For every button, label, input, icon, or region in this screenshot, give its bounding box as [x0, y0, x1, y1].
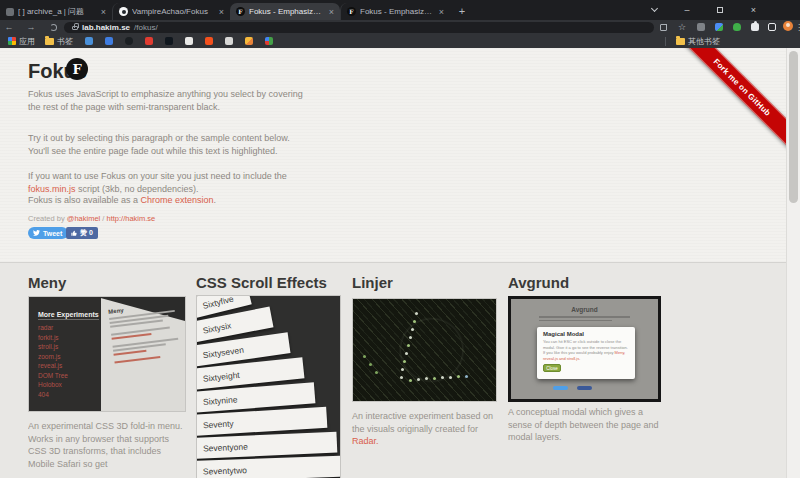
tab-fokus-2[interactable]: F Fokus - Emphasized text-high ×	[340, 3, 450, 20]
tab-close-icon[interactable]: ×	[101, 7, 106, 17]
minimize-button[interactable]: –	[685, 5, 690, 15]
other-bookmarks-label: 其他书签	[688, 36, 720, 47]
avgrund-caption: A conceptual modal which gives a sense o…	[508, 406, 662, 444]
address-bar[interactable]: lab.hakim.se/fokus/	[64, 22, 654, 33]
meny-link: zoom.js	[38, 352, 101, 362]
bookmark-folder[interactable]: 书签	[45, 36, 73, 47]
tab-github-repo[interactable]: VampireAchao/Fokus ×	[112, 3, 230, 20]
like-button[interactable]: 赞 0	[66, 227, 98, 239]
folder-icon	[676, 38, 685, 45]
scrollbar-thumb[interactable]	[789, 51, 798, 203]
folder-icon	[45, 38, 54, 45]
tab-archive[interactable]: [ ] archive_a | 问题 ×	[0, 3, 112, 20]
modal-close-button: Close	[543, 364, 561, 372]
scroll-effects-thumbnail[interactable]: Sixtyfive Sixtysix Sixtyseven Sixtyeight…	[196, 295, 341, 478]
forward-icon[interactable]: →	[24, 20, 38, 34]
avgrund-thumb-heading: Avgrund	[511, 306, 658, 313]
bookmark-favicon-calendar[interactable]	[105, 37, 113, 45]
text: Created by	[28, 214, 67, 223]
chrome-extension-link[interactable]: Chrome extension	[141, 195, 214, 205]
extension-darkmode-icon[interactable]	[768, 22, 776, 32]
tab-close-icon[interactable]: ×	[439, 7, 444, 17]
bookmark-label: 应用	[19, 36, 35, 47]
extension-screenshot-icon[interactable]	[697, 22, 705, 32]
meny-thumb-links: radar forkit.js stroll.js zoom.js reveal…	[38, 323, 101, 399]
maximize-button[interactable]	[717, 7, 723, 13]
card-title-avgrund: Avgrund	[508, 274, 569, 291]
bookmark-star-icon[interactable]: ☆	[678, 22, 686, 32]
bookmark-favicon-multicolor[interactable]	[265, 37, 273, 45]
hakim-se-link[interactable]: http://hakim.se	[107, 214, 156, 223]
text: Fokus is also available as a	[28, 195, 141, 205]
apps-grid-icon	[8, 37, 16, 45]
scroll-item-label: Sixtynine	[203, 394, 238, 407]
tab-close-icon[interactable]: ×	[329, 7, 334, 17]
intro-paragraph-2: Try it out by selecting this paragraph o…	[28, 132, 308, 157]
card-title-linjer: Linjer	[352, 274, 393, 291]
meny-caption: An experimental CSS 3D fold-in menu. Wor…	[28, 420, 186, 474]
extension-translate-icon[interactable]	[715, 22, 723, 32]
other-bookmarks-button[interactable]: 其他书签	[676, 34, 720, 48]
bookmarks-bar: 应用 书签 其他书签	[0, 34, 800, 48]
fokus-logo-icon: F	[66, 58, 88, 80]
card-title-scroll-effects: CSS Scroll Effects	[196, 274, 327, 291]
avgrund-thumb-subtext	[539, 316, 630, 323]
tab-fokus-active[interactable]: F Fokus - Emphasized text-high ×	[230, 3, 340, 20]
meny-thumbnail[interactable]: More Experiments radar forkit.js stroll.…	[28, 296, 186, 412]
fork-me-ribbon[interactable]: Fork me on GitHub	[672, 48, 786, 158]
new-tab-button[interactable]: +	[454, 3, 470, 19]
hakimel-link[interactable]: @hakimel	[67, 214, 100, 223]
text: If you want to use Fokus on your site yo…	[28, 171, 287, 181]
meny-link: forkit.js	[38, 333, 101, 343]
close-window-button[interactable]: ×	[751, 5, 756, 15]
profile-avatar[interactable]	[783, 21, 793, 31]
intro-paragraph-3: If you want to use Fokus on your site yo…	[28, 170, 308, 195]
extensions-puzzle-icon[interactable]	[751, 22, 759, 32]
scroll-item-label: Sixtyeight	[202, 369, 240, 383]
url-domain: lab.hakim.se	[82, 23, 130, 32]
tab-title: Fokus - Emphasized text-high	[360, 7, 435, 16]
bookmark-favicon-white[interactable]	[185, 37, 193, 45]
bookmark-favicon-dark[interactable]	[165, 37, 173, 45]
bookmark-apps[interactable]: 应用	[8, 36, 35, 47]
lock-icon[interactable]	[72, 26, 78, 31]
browser-menu-icon[interactable]: ⋮	[795, 22, 800, 32]
text: An interactive experiment based on the v…	[352, 411, 493, 434]
tab-close-icon[interactable]: ×	[219, 7, 224, 17]
meny-link: 404	[38, 390, 101, 400]
meny-link: reveal.js	[38, 361, 101, 371]
bookmark-favicon-lightning[interactable]	[245, 37, 253, 45]
bookmark-favicon-pale[interactable]	[225, 37, 233, 45]
scroll-item-label: Seventyone	[203, 441, 248, 453]
tab-title: Fokus - Emphasized text-high	[249, 7, 325, 16]
reload-icon[interactable]	[46, 20, 60, 34]
meny-thumb-page: Meny	[101, 297, 185, 411]
bookmark-favicon-github[interactable]	[125, 37, 133, 45]
bookmark-favicon-red[interactable]	[145, 37, 153, 45]
chevron-down-icon[interactable]	[651, 5, 658, 12]
tab-strip: [ ] archive_a | 问题 × VampireAchao/Fokus …	[0, 0, 800, 20]
extension-green-icon[interactable]	[733, 22, 741, 32]
browser-toolbar: ← → lab.hakim.se/fokus/ ☆ ⋮	[0, 20, 800, 34]
bookmark-favicon-orange[interactable]	[205, 37, 213, 45]
page-scrollbar[interactable]	[786, 48, 800, 478]
meny-link: stroll.js	[38, 342, 101, 352]
bookmark-label: 书签	[57, 36, 73, 47]
fokus-min-js-link[interactable]: fokus.min.js	[28, 184, 76, 194]
text: If you like this you would probably enjo…	[543, 350, 615, 355]
text: .	[214, 195, 217, 205]
avgrund-thumbnail[interactable]: Avgrund Magical Modal You can hit ESC or…	[508, 296, 661, 402]
tweet-button[interactable]: Tweet	[28, 227, 68, 239]
scroll-item-label: Sixtyfive	[201, 295, 234, 310]
window-controls: – ×	[646, 0, 762, 19]
share-icon[interactable]	[660, 22, 667, 32]
modal-title: Magical Modal	[543, 331, 629, 337]
card-title-meny: Meny	[28, 274, 66, 291]
back-icon[interactable]: ←	[2, 20, 16, 34]
scroll-item: Seventy	[196, 407, 327, 436]
scroll-item-label: Seventy	[203, 418, 234, 430]
bookmark-favicon-blue[interactable]	[85, 37, 93, 45]
fokus-page: Fork me on GitHub Fokus F Fokus uses Jav…	[0, 48, 786, 478]
radar-link[interactable]: Radar.	[352, 436, 379, 446]
linjer-thumbnail[interactable]	[352, 298, 497, 402]
